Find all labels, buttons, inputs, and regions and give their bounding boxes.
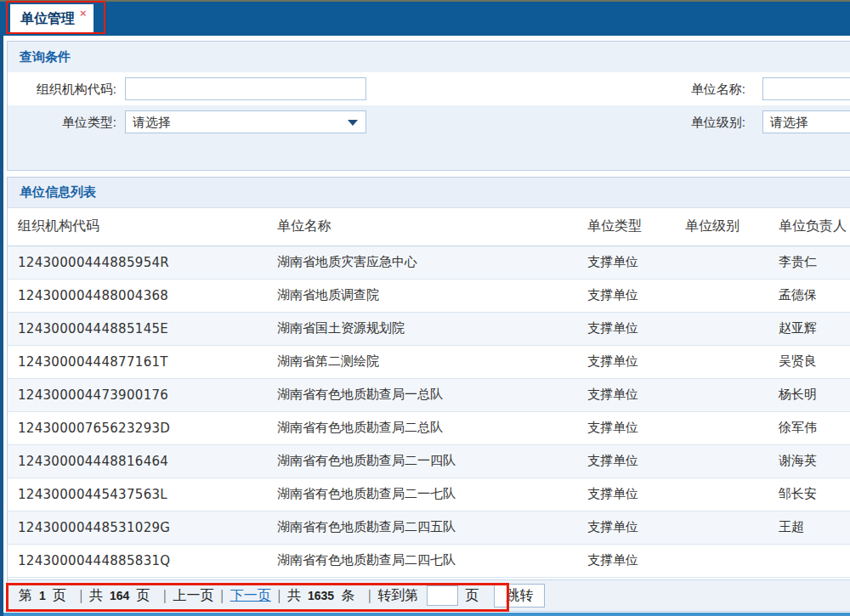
cell-person: 孟德保 <box>768 279 850 312</box>
cell-person <box>768 544 850 577</box>
top-tab-bar: 单位管理 × <box>0 0 850 36</box>
cell-person: 邹长安 <box>768 478 850 511</box>
total-items: 共1635条 <box>287 587 361 605</box>
cell-level <box>675 345 768 378</box>
cell-level <box>675 544 768 577</box>
unit-level-label: 单位级别: <box>650 105 745 138</box>
chevron-down-icon <box>348 120 358 126</box>
cell-code: 124300004473900176 <box>8 378 267 411</box>
table-row[interactable]: 12430000448531029G湖南省有色地质勘查局二四五队支撑单位王超 <box>8 511 850 544</box>
cell-type: 支撑单位 <box>577 345 675 378</box>
prev-page-button[interactable]: 上一页 <box>173 587 214 605</box>
table-row[interactable]: 124300004473900176湖南省有色地质勘查局一总队支撑单位杨长明 <box>8 378 850 411</box>
cell-name: 湖南省第二测绘院 <box>267 345 577 378</box>
separator: | <box>80 588 82 603</box>
cell-code: 12430000448531029G <box>8 511 267 544</box>
cell-person: 王超 <box>768 511 850 544</box>
cell-code: 124300004488004368 <box>8 279 267 312</box>
column-header: 单位负责人 <box>768 208 850 246</box>
query-panel-title: 查询条件 <box>8 42 850 72</box>
unit-type-select-value: 请选择 <box>133 115 171 129</box>
cell-person: 李贵仁 <box>768 246 850 279</box>
cell-type: 支撑单位 <box>577 246 675 279</box>
cell-type: 支撑单位 <box>577 544 675 577</box>
unit-type-label: 单位类型: <box>8 105 116 138</box>
tab-title: 单位管理 <box>20 10 75 28</box>
cell-level <box>675 378 768 411</box>
cell-name: 湖南省地质调查院 <box>267 279 577 312</box>
cell-level <box>675 478 768 511</box>
column-header: 单位名称 <box>267 208 577 246</box>
unit-table: 组织机构代码单位名称单位类型单位级别单位负责人 1243000044488595… <box>8 208 850 578</box>
cell-name: 湖南省地质灾害应急中心 <box>267 246 577 279</box>
unit-level-select[interactable]: 请选择 <box>762 110 850 133</box>
unit-name-input[interactable] <box>762 77 850 100</box>
cell-code: 124300004448816464 <box>8 444 267 478</box>
cell-name: 湖南省有色地质勘查局二四七队 <box>267 544 577 577</box>
query-row-2: 单位类型: 请选择 单位级别: 请选择 <box>8 105 850 138</box>
cell-type: 支撑单位 <box>577 312 675 345</box>
cell-type: 支撑单位 <box>577 279 675 312</box>
cell-type: 支撑单位 <box>577 511 675 544</box>
cell-name: 湖南省有色地质勘查局二四五队 <box>267 511 577 544</box>
cell-name: 湖南省有色地质勘查局一总队 <box>267 378 577 411</box>
table-row[interactable]: 12430000445437563L湖南省有色地质勘查局二一七队支撑单位邹长安 <box>8 478 850 511</box>
unit-name-label: 单位名称: <box>650 72 745 105</box>
cell-person: 徐军伟 <box>768 411 850 444</box>
cell-level <box>675 312 768 345</box>
cell-person: 杨长明 <box>768 378 850 411</box>
org-code-input[interactable] <box>125 77 366 100</box>
table-row[interactable]: 12430000444885145E湖南省国土资源规划院支撑单位赵亚辉 <box>8 312 850 345</box>
tab-unit-management[interactable]: 单位管理 × <box>10 4 94 33</box>
cell-type: 支撑单位 <box>577 411 675 444</box>
goto-page-suffix: 页 <box>465 587 479 605</box>
unit-level-select-value: 请选择 <box>770 115 808 129</box>
table-row[interactable]: 12430000444885831Q湖南省有色地质勘查局二四七队支撑单位 <box>8 544 850 577</box>
cell-level <box>675 411 768 444</box>
cell-person: 谢海英 <box>768 444 850 478</box>
total-pages: 共164页 <box>89 587 156 605</box>
table-row[interactable]: 12430000444877161T湖南省第二测绘院支撑单位吴贤良 <box>8 345 850 378</box>
cell-name: 湖南省有色地质勘查局二一七队 <box>267 478 577 511</box>
table-row[interactable]: 12430000444885954R湖南省地质灾害应急中心支撑单位李贵仁 <box>8 246 850 279</box>
cell-level <box>675 246 768 279</box>
current-page: 第1页 <box>19 587 73 605</box>
table-row[interactable]: 12430000765623293D湖南省有色地质勘查局二总队支撑单位徐军伟 <box>8 411 850 444</box>
separator: | <box>368 588 371 603</box>
goto-page-input[interactable] <box>427 585 458 606</box>
cell-name: 湖南省有色地质勘查局二总队 <box>267 411 577 444</box>
cell-type: 支撑单位 <box>577 478 675 511</box>
cell-name: 湖南省国土资源规划院 <box>267 312 577 345</box>
cell-name: 湖南省有色地质勘查局二一四队 <box>267 444 577 478</box>
column-header: 单位级别 <box>675 208 768 246</box>
cell-code: 12430000444885831Q <box>8 544 267 577</box>
pagination-bar: 第1页 | 共164页 | 上一页 | 下一页 | 共1635条 | 转到第 页… <box>8 579 850 611</box>
table-row[interactable]: 124300004488004368湖南省地质调查院支撑单位孟德保 <box>8 279 850 312</box>
next-page-link[interactable]: 下一页 <box>230 587 271 605</box>
list-panel: 单位信息列表 组织机构代码单位名称单位类型单位级别单位负责人 124300004… <box>7 177 850 612</box>
cell-level <box>675 279 768 312</box>
cell-level <box>675 444 768 478</box>
table-header-row: 组织机构代码单位名称单位类型单位级别单位负责人 <box>8 208 850 246</box>
cell-code: 12430000445437563L <box>8 478 267 511</box>
list-panel-title: 单位信息列表 <box>8 178 850 208</box>
tab-close-icon[interactable]: × <box>80 7 87 20</box>
jump-button[interactable]: 跳转 <box>494 584 545 608</box>
separator: | <box>221 588 224 603</box>
bottom-border-line <box>3 613 850 616</box>
goto-page-label: 转到第 <box>377 587 418 605</box>
table-row[interactable]: 124300004448816464湖南省有色地质勘查局二一四队支撑单位谢海英 <box>8 444 850 478</box>
cell-code: 12430000444885145E <box>8 312 267 345</box>
cell-type: 支撑单位 <box>577 378 675 411</box>
left-border-strip <box>0 36 3 616</box>
cell-code: 12430000444885954R <box>8 246 267 279</box>
cell-person: 吴贤良 <box>768 345 850 378</box>
cell-type: 支撑单位 <box>577 444 675 478</box>
unit-type-select[interactable]: 请选择 <box>125 110 366 133</box>
column-header: 单位类型 <box>577 208 675 246</box>
separator: | <box>163 588 166 603</box>
separator: | <box>278 588 280 603</box>
query-row-1: 组织机构代码: 单位名称: <box>8 72 850 105</box>
cell-code: 12430000765623293D <box>8 411 267 444</box>
cell-level <box>675 511 768 544</box>
